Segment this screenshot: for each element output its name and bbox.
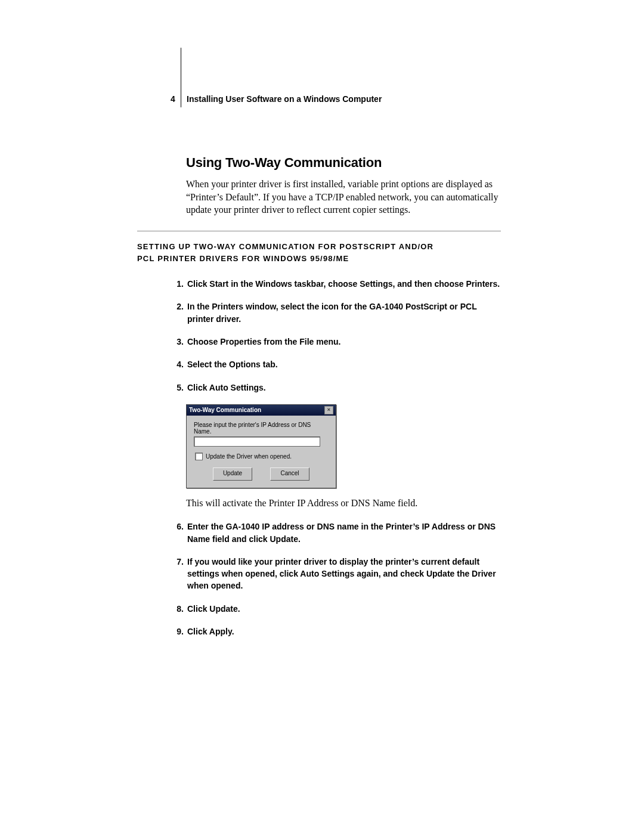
step-8: 8.Click Update.: [172, 603, 501, 615]
update-button[interactable]: Update: [213, 467, 252, 481]
step-text: In the Printers window, select the icon …: [187, 302, 476, 323]
dialog-button-row: Update Cancel: [194, 467, 329, 481]
section-title: Using Two-Way Communication: [186, 155, 501, 171]
step-9: 9.Click Apply.: [172, 625, 501, 637]
ip-address-input[interactable]: [194, 436, 320, 447]
step-text: Enter the GA-1040 IP address or DNS name…: [187, 522, 496, 543]
close-icon[interactable]: ×: [324, 406, 333, 414]
procedure-heading: Setting Up Two-Way Communication for Pos…: [137, 241, 501, 265]
procedure-steps-first: 1.Click Start in the Windows taskbar, ch…: [172, 278, 501, 394]
step-text: Select the Options tab.: [187, 360, 278, 369]
header-divider: [181, 48, 181, 107]
dialog-screenshot: Two-Way Communication × Please input the…: [186, 404, 336, 488]
step-text: Choose Properties from the File menu.: [187, 337, 341, 346]
dialog-titlebar: Two-Way Communication ×: [187, 405, 336, 416]
running-head: Installing User Software on a Windows Co…: [187, 94, 382, 104]
step-text: Click Auto Settings.: [187, 383, 266, 392]
update-driver-checkbox-row: Update the Driver when opened.: [195, 453, 329, 460]
page-content: Using Two-Way Communication When your pr…: [137, 155, 501, 648]
procedure-heading-line2: PCL Printer Drivers for Windows 95/98/Me: [137, 254, 349, 263]
update-driver-checkbox-label: Update the Driver when opened.: [206, 453, 292, 460]
document-page: 4 Installing User Software on a Windows …: [0, 0, 644, 833]
step-2: 2.In the Printers window, select the ico…: [172, 301, 501, 325]
procedure-steps-second: 6.Enter the GA-1040 IP address or DNS na…: [172, 521, 501, 637]
step-3: 3.Choose Properties from the File menu.: [172, 336, 501, 348]
step-6: 6.Enter the GA-1040 IP address or DNS na…: [172, 521, 501, 545]
cancel-button[interactable]: Cancel: [270, 467, 309, 481]
step-7: 7.If you would like your printer driver …: [172, 556, 501, 592]
section-intro: When your printer driver is first instal…: [186, 178, 501, 216]
procedure-heading-line1: Setting Up Two-Way Communication for Pos…: [137, 242, 434, 251]
step-text: If you would like your printer driver to…: [187, 557, 496, 591]
step-text: Click Start in the Windows taskbar, choo…: [187, 279, 500, 289]
dialog-body: Please input the printer's IP Address or…: [187, 416, 336, 488]
dialog-title-text: Two-Way Communication: [189, 407, 261, 413]
two-way-communication-dialog: Two-Way Communication × Please input the…: [186, 404, 336, 488]
step-text: Click Update.: [187, 604, 240, 614]
page-number: 4: [171, 94, 175, 104]
horizontal-rule: [137, 231, 501, 231]
dialog-prompt: Please input the printer's IP Address or…: [194, 422, 329, 435]
step-5: 5.Click Auto Settings.: [172, 382, 501, 394]
step-text: Click Apply.: [187, 627, 234, 636]
step-4: 4.Select the Options tab.: [172, 358, 501, 370]
after-dialog-text: This will activate the Printer IP Addres…: [186, 497, 501, 510]
update-driver-checkbox[interactable]: [195, 453, 203, 460]
step-1: 1.Click Start in the Windows taskbar, ch…: [172, 278, 501, 290]
